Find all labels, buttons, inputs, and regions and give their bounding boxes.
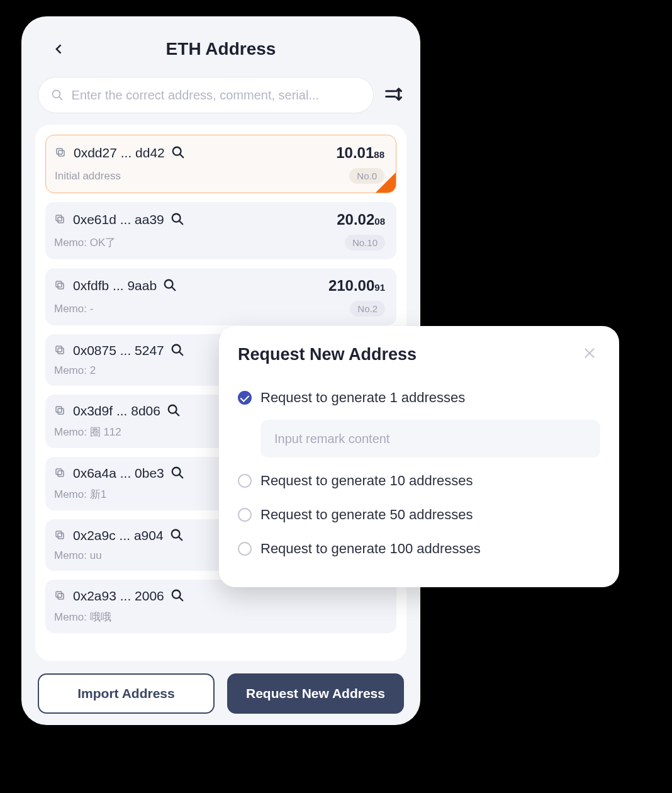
lookup-button[interactable] bbox=[163, 278, 178, 293]
lookup-button[interactable] bbox=[167, 403, 182, 419]
svg-line-27 bbox=[179, 475, 183, 478]
generate-option[interactable]: Request to generate 10 addresses bbox=[238, 464, 600, 498]
copy-button[interactable] bbox=[54, 467, 67, 480]
modal-title: Request New Address bbox=[238, 345, 417, 364]
magnify-icon bbox=[171, 212, 184, 226]
svg-line-7 bbox=[180, 154, 184, 158]
address-text: 0x6a4a ... 0be3 bbox=[73, 466, 164, 481]
magnify-icon bbox=[171, 466, 184, 480]
address-card[interactable]: 0xe61d ... aa3920.0208Memo: OK了No.10 bbox=[45, 202, 396, 259]
import-address-button[interactable]: Import Address bbox=[38, 673, 215, 714]
close-button[interactable] bbox=[583, 346, 600, 364]
generate-option[interactable]: Request to generate 100 addresses bbox=[238, 532, 600, 566]
search-input-wrap[interactable] bbox=[38, 77, 374, 113]
radio-unchecked-icon bbox=[238, 474, 252, 488]
remark-input[interactable] bbox=[274, 432, 586, 446]
serial-badge: No.2 bbox=[350, 301, 385, 317]
svg-line-11 bbox=[179, 221, 183, 225]
svg-line-19 bbox=[179, 352, 183, 356]
memo-text: Memo: 圈 112 bbox=[54, 425, 121, 439]
serial-badge: No.10 bbox=[345, 235, 385, 250]
balance: 210.0091 bbox=[328, 277, 385, 295]
option-label: Request to generate 100 addresses bbox=[260, 541, 481, 557]
generate-option[interactable]: Request to generate 50 addresses bbox=[238, 498, 600, 532]
lookup-button[interactable] bbox=[171, 145, 186, 160]
address-card[interactable]: 0xdd27 ... dd4210.0188Initial addressNo.… bbox=[45, 135, 396, 193]
copy-button[interactable] bbox=[55, 147, 67, 159]
svg-rect-9 bbox=[56, 215, 62, 221]
svg-line-1 bbox=[59, 97, 62, 100]
svg-rect-12 bbox=[58, 283, 64, 289]
svg-point-0 bbox=[53, 90, 60, 98]
svg-rect-20 bbox=[58, 408, 64, 414]
address-text: 0x2a9c ... a904 bbox=[73, 528, 164, 543]
svg-rect-29 bbox=[56, 531, 62, 537]
copy-button[interactable] bbox=[54, 344, 67, 357]
svg-line-31 bbox=[178, 537, 182, 541]
address-text: 0x3d9f ... 8d06 bbox=[73, 403, 160, 419]
copy-icon bbox=[54, 529, 65, 541]
svg-rect-28 bbox=[58, 533, 64, 539]
copy-icon bbox=[54, 467, 65, 478]
selected-corner-icon bbox=[375, 172, 396, 193]
address-card-row2: Initial addressNo.0 bbox=[55, 168, 384, 184]
svg-line-15 bbox=[172, 287, 176, 291]
copy-button[interactable] bbox=[54, 405, 67, 417]
radio-unchecked-icon bbox=[238, 508, 252, 522]
lookup-button[interactable] bbox=[171, 466, 186, 481]
svg-rect-32 bbox=[58, 593, 64, 599]
memo-text: Memo: OK了 bbox=[54, 235, 116, 250]
address-card-row2: Memo: -No.2 bbox=[54, 301, 385, 317]
memo-text: Memo: 新1 bbox=[54, 487, 106, 502]
lookup-button[interactable] bbox=[171, 588, 186, 604]
copy-button[interactable] bbox=[54, 213, 67, 226]
svg-rect-8 bbox=[58, 217, 64, 223]
memo-text: Memo: 2 bbox=[54, 364, 96, 377]
address-card-row1: 0xdd27 ... dd4210.0188 bbox=[55, 144, 384, 162]
request-address-modal: Request New Address Request to generate … bbox=[219, 326, 619, 587]
address-card-row1: 0x2a93 ... 2006 bbox=[54, 588, 385, 604]
magnify-icon bbox=[170, 528, 184, 542]
sort-button[interactable] bbox=[383, 84, 404, 106]
copy-button[interactable] bbox=[54, 529, 67, 542]
memo-text: Memo: - bbox=[54, 303, 93, 315]
remark-input-wrap[interactable] bbox=[260, 420, 600, 458]
address-text: 0x0875 ... 5247 bbox=[73, 343, 164, 358]
lookup-button[interactable] bbox=[171, 343, 186, 358]
search-icon bbox=[51, 88, 64, 102]
address-card[interactable]: 0x2a93 ... 2006Memo: 哦哦 bbox=[45, 580, 396, 633]
option-label: Request to generate 1 addresses bbox=[260, 390, 465, 406]
back-button[interactable] bbox=[50, 40, 68, 58]
copy-icon bbox=[54, 279, 65, 291]
copy-icon bbox=[54, 213, 65, 225]
request-new-address-button[interactable]: Request New Address bbox=[227, 673, 404, 714]
svg-line-35 bbox=[179, 597, 183, 601]
svg-rect-4 bbox=[59, 150, 64, 156]
close-icon bbox=[583, 346, 596, 360]
address-text: 0xe61d ... aa39 bbox=[73, 212, 164, 227]
magnify-icon bbox=[171, 343, 184, 357]
address-card-row2: Memo: 哦哦 bbox=[54, 610, 385, 624]
magnify-icon bbox=[171, 588, 184, 602]
svg-rect-5 bbox=[57, 149, 62, 154]
copy-button[interactable] bbox=[54, 590, 67, 602]
balance: 20.0208 bbox=[337, 211, 385, 228]
search-input[interactable] bbox=[72, 88, 361, 103]
page-title: ETH Address bbox=[166, 39, 276, 59]
magnify-icon bbox=[171, 145, 185, 159]
address-card[interactable]: 0xfdfb ... 9aab210.0091Memo: -No.2 bbox=[45, 268, 396, 325]
sort-icon bbox=[384, 86, 403, 104]
copy-icon bbox=[54, 344, 65, 356]
svg-rect-24 bbox=[58, 471, 64, 476]
magnify-icon bbox=[167, 403, 181, 417]
svg-rect-16 bbox=[58, 348, 64, 354]
copy-button[interactable] bbox=[54, 279, 67, 292]
svg-rect-13 bbox=[56, 281, 62, 287]
svg-rect-33 bbox=[56, 592, 62, 597]
copy-icon bbox=[55, 147, 66, 158]
lookup-button[interactable] bbox=[171, 212, 186, 227]
copy-icon bbox=[54, 590, 65, 601]
address-card-row1: 0xfdfb ... 9aab210.0091 bbox=[54, 277, 385, 295]
generate-option[interactable]: Request to generate 1 addresses bbox=[238, 381, 600, 415]
lookup-button[interactable] bbox=[170, 528, 185, 543]
